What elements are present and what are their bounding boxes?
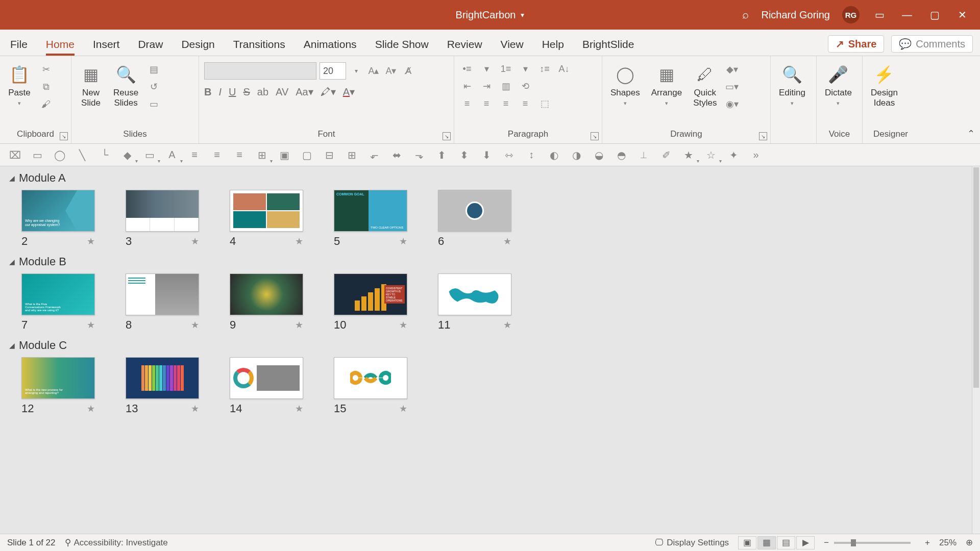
tab-slide-show[interactable]: Slide Show bbox=[375, 38, 429, 56]
design-ideas-button[interactable]: ⚡Design Ideas bbox=[868, 62, 901, 109]
line-icon[interactable]: ╲ bbox=[75, 147, 90, 163]
ungroup-icon[interactable]: ⊞ bbox=[344, 147, 359, 163]
tab-view[interactable]: View bbox=[501, 38, 524, 56]
reset-icon[interactable]: ↺ bbox=[146, 80, 161, 94]
scrollbar-thumb[interactable] bbox=[973, 167, 979, 388]
slide-thumbnail[interactable]: COMMON GOALTWO CLEAR OPTIONS5★ bbox=[334, 190, 407, 248]
reuse-slides-button[interactable]: 🔍 Reuse Slides bbox=[110, 62, 141, 109]
slide-thumbnail[interactable]: 11★ bbox=[438, 273, 511, 332]
merge-intersect-icon[interactable]: ◓ bbox=[614, 147, 629, 163]
collapse-ribbon-icon[interactable]: ⌃ bbox=[967, 128, 975, 139]
slide-thumbnail[interactable]: 15★ bbox=[334, 357, 407, 415]
group-icon[interactable]: ⊟ bbox=[322, 147, 337, 163]
animation-star-icon[interactable]: ★ bbox=[681, 147, 696, 163]
section-header[interactable]: ◢Module A bbox=[9, 171, 963, 185]
clear-formatting-icon[interactable]: A̸ bbox=[401, 64, 415, 78]
zoom-level[interactable]: 25% bbox=[939, 538, 957, 548]
align-objects-top-icon[interactable]: ⬆ bbox=[434, 147, 449, 163]
new-slide-button[interactable]: ▦ New Slide bbox=[77, 62, 105, 109]
zoom-slider[interactable] bbox=[834, 542, 911, 544]
slide-thumbnail[interactable]: What is the new process for arranging an… bbox=[21, 357, 95, 415]
tab-file[interactable]: File bbox=[10, 38, 28, 56]
text-shadow-button[interactable]: ab bbox=[257, 86, 268, 98]
shape-fill-icon[interactable]: ◆ bbox=[119, 147, 135, 163]
collapse-triangle-icon[interactable]: ◢ bbox=[9, 341, 15, 349]
slide-thumbnail[interactable]: 13★ bbox=[126, 357, 199, 415]
align-objects-left-icon[interactable]: ⬐ bbox=[366, 147, 382, 163]
shape-outline-icon[interactable]: ▭▾ bbox=[725, 80, 739, 94]
user-avatar[interactable]: RG bbox=[842, 6, 860, 23]
justify-icon[interactable]: ≡ bbox=[518, 97, 533, 110]
document-title-area[interactable]: BrightCarbon ▾ bbox=[456, 9, 525, 21]
paragraph-dialog-launcher[interactable]: ↘ bbox=[591, 132, 599, 140]
underline-button[interactable]: U bbox=[229, 86, 236, 98]
text-direction-icon[interactable]: ⟲ bbox=[518, 80, 533, 93]
line-spacing-icon[interactable]: ↕≡ bbox=[537, 62, 552, 76]
clipboard-dialog-launcher[interactable]: ↘ bbox=[60, 132, 68, 140]
bold-button[interactable]: B bbox=[204, 86, 211, 98]
shape-effects-icon[interactable]: ◉▾ bbox=[725, 97, 739, 111]
arrange-icon[interactable]: ⊞ bbox=[254, 147, 270, 163]
italic-button[interactable]: I bbox=[218, 86, 222, 98]
tab-draw[interactable]: Draw bbox=[138, 38, 163, 56]
animation-star2-icon[interactable]: ☆ bbox=[703, 147, 719, 163]
shape-outline-icon[interactable]: ▭ bbox=[142, 147, 157, 163]
user-name[interactable]: Richard Goring bbox=[761, 9, 830, 21]
align-objects-center-icon[interactable]: ⬌ bbox=[389, 147, 404, 163]
align-objects-right-icon[interactable]: ⬎ bbox=[411, 147, 427, 163]
arrange-button[interactable]: ▦Arrange▾ bbox=[648, 62, 685, 108]
align-left-icon[interactable]: ≡ bbox=[187, 147, 202, 163]
section-header[interactable]: ◢Module B bbox=[9, 255, 963, 268]
editing-button[interactable]: 🔍Editing▾ bbox=[776, 62, 808, 108]
layout-icon[interactable]: ▤ bbox=[146, 62, 161, 77]
maximize-button[interactable]: ▢ bbox=[927, 9, 942, 21]
numbering-icon[interactable]: 1≡ bbox=[498, 62, 513, 76]
slide-thumbnail[interactable]: 14★ bbox=[230, 357, 303, 415]
font-name-input[interactable] bbox=[204, 62, 316, 80]
quick-styles-button[interactable]: 🖊Quick Styles bbox=[690, 62, 720, 109]
slide-thumbnail[interactable]: 8★ bbox=[126, 273, 199, 332]
textbox-icon[interactable]: ⌧ bbox=[7, 147, 22, 163]
font-color-icon[interactable]: A bbox=[164, 147, 180, 163]
share-button[interactable]: ↗ Share bbox=[828, 35, 885, 53]
tab-insert[interactable]: Insert bbox=[93, 38, 120, 56]
align-left-icon[interactable]: ≡ bbox=[459, 97, 475, 110]
decrease-font-icon[interactable]: A▾ bbox=[384, 64, 398, 78]
dictate-button[interactable]: 🎤Dictate▾ bbox=[822, 62, 855, 108]
distribute-horizontal-icon[interactable]: ⇿ bbox=[501, 147, 517, 163]
tab-help[interactable]: Help bbox=[542, 38, 564, 56]
title-dropdown-icon[interactable]: ▾ bbox=[521, 11, 524, 19]
send-backward-icon[interactable]: ▢ bbox=[299, 147, 314, 163]
font-size-dropdown-icon[interactable]: ▾ bbox=[349, 64, 363, 78]
character-spacing-icon[interactable]: AV bbox=[276, 86, 288, 98]
tab-transitions[interactable]: Transitions bbox=[233, 38, 285, 56]
highlight-icon[interactable]: 🖍▾ bbox=[321, 86, 336, 98]
collapse-triangle-icon[interactable]: ◢ bbox=[9, 174, 15, 182]
tab-design[interactable]: Design bbox=[181, 38, 214, 56]
crop-icon[interactable]: ⟂ bbox=[636, 147, 651, 163]
reading-view-button[interactable]: ▤ bbox=[777, 536, 795, 549]
section-icon[interactable]: ▭ bbox=[146, 97, 161, 111]
align-objects-middle-icon[interactable]: ⬍ bbox=[456, 147, 472, 163]
tab-animations[interactable]: Animations bbox=[304, 38, 357, 56]
normal-view-button[interactable]: ▣ bbox=[738, 536, 756, 549]
tab-brightslide[interactable]: BrightSlide bbox=[582, 38, 634, 56]
bullets-icon[interactable]: •≡ bbox=[459, 62, 475, 76]
align-objects-bottom-icon[interactable]: ⬇ bbox=[479, 147, 494, 163]
align-right-icon[interactable]: ≡ bbox=[498, 97, 513, 110]
vertical-scrollbar[interactable] bbox=[972, 166, 980, 534]
section-header[interactable]: ◢Module C bbox=[9, 339, 963, 352]
comments-button[interactable]: 💬 Comments bbox=[891, 35, 973, 53]
copy-icon[interactable]: ⧉ bbox=[39, 80, 53, 94]
tab-review[interactable]: Review bbox=[447, 38, 482, 56]
add-animation-icon[interactable]: ✦ bbox=[726, 147, 741, 163]
format-painter-icon[interactable]: 🖌 bbox=[39, 97, 53, 111]
zoom-slider-handle[interactable] bbox=[851, 539, 856, 546]
slide-thumbnail[interactable]: 9★ bbox=[230, 273, 303, 332]
merge-combine-icon[interactable]: ◑ bbox=[569, 147, 584, 163]
slide-thumbnail[interactable]: 3★ bbox=[126, 190, 199, 248]
columns-icon[interactable]: ▥ bbox=[498, 80, 513, 93]
align-right-icon[interactable]: ≡ bbox=[232, 147, 247, 163]
eyedropper-icon[interactable]: ✐ bbox=[658, 147, 674, 163]
zoom-in-button[interactable]: + bbox=[925, 538, 930, 548]
